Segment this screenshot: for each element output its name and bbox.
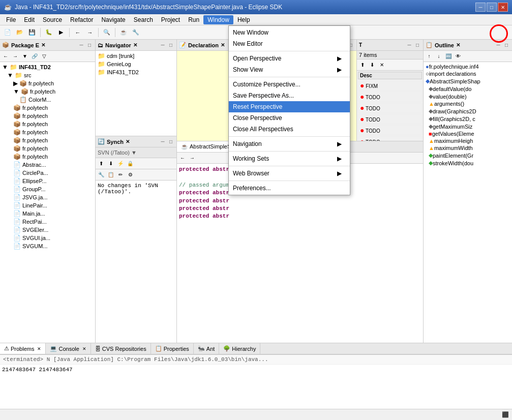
tree-item[interactable]: 📄Main.ja... bbox=[1, 209, 94, 218]
tasks-btn1[interactable]: ⬆ bbox=[358, 61, 367, 70]
toolbar-new[interactable]: 📄 bbox=[2, 27, 13, 38]
outline-item[interactable]: ▲ maximumWidth bbox=[425, 144, 511, 152]
synch-btn3[interactable]: ⚡ bbox=[116, 159, 125, 168]
outline-max[interactable]: □ bbox=[503, 42, 510, 49]
tasks-min[interactable]: ─ bbox=[406, 42, 413, 49]
menu-navigate[interactable]: Navigate bbox=[97, 15, 129, 24]
tab-hierarchy[interactable]: 🌳 Hierarchy bbox=[219, 343, 260, 354]
menu-new-editor[interactable]: New Editor bbox=[229, 38, 350, 49]
outline-item[interactable]: ○ import declarations bbox=[425, 70, 511, 77]
task-row[interactable]: ● TODO bbox=[358, 92, 422, 102]
toolbar-java-perspective[interactable]: 🔧 bbox=[130, 27, 141, 38]
menu-refactor[interactable]: Refactor bbox=[66, 15, 97, 24]
tree-item[interactable]: ▶📦fr.polytech bbox=[1, 79, 94, 87]
menu-working-sets[interactable]: Working Sets ▶ bbox=[229, 153, 350, 164]
tree-item[interactable]: 📁INF431_TD2 bbox=[97, 68, 175, 76]
tree-item[interactable]: 📁GenieLog bbox=[97, 60, 175, 68]
tree-item[interactable]: 📦fr.polytech bbox=[1, 104, 94, 112]
synch-btn8[interactable]: ⚙ bbox=[126, 170, 135, 179]
tasks-controls[interactable]: ─ □ bbox=[406, 42, 421, 49]
panel-maximize[interactable]: □ bbox=[86, 42, 93, 49]
tree-item[interactable]: 📄CirclePa... bbox=[1, 169, 94, 177]
task-row[interactable]: ● TODO bbox=[358, 103, 422, 113]
menu-source[interactable]: Source bbox=[39, 15, 66, 24]
synch-controls[interactable]: ─ □ bbox=[159, 138, 174, 145]
tree-item[interactable]: 📄GroupP... bbox=[1, 185, 94, 193]
tree-item[interactable]: 📄JSVG.ja... bbox=[1, 193, 94, 201]
outline-item[interactable]: ◆ AbstractSimpleShap bbox=[425, 77, 511, 85]
pkg-collapse[interactable]: ▼ bbox=[20, 52, 29, 61]
toolbar-search[interactable]: 🔍 bbox=[101, 27, 112, 38]
synch-min[interactable]: ─ bbox=[159, 138, 166, 145]
navigator-tree[interactable]: 📁cdm [trunk] 📁GenieLog 📁INF431_TD2 bbox=[96, 51, 176, 136]
toolbar-run[interactable]: ▶ bbox=[55, 27, 67, 38]
outline-item[interactable]: ◆ paintElement(Gr bbox=[425, 152, 511, 159]
synch-max[interactable]: □ bbox=[167, 138, 174, 145]
outline-min[interactable]: ─ bbox=[495, 42, 502, 49]
menu-reset-perspective[interactable]: Reset Perspective bbox=[229, 101, 350, 112]
tree-item[interactable]: 📄LinePair... bbox=[1, 201, 94, 209]
panel-minimize[interactable]: ─ bbox=[78, 42, 85, 49]
close-button[interactable]: ✕ bbox=[498, 3, 508, 12]
nav-controls[interactable]: ─ □ bbox=[159, 42, 174, 49]
menu-run[interactable]: Run bbox=[184, 15, 203, 24]
menu-show-view[interactable]: Show View ▶ bbox=[229, 64, 350, 75]
tree-item[interactable]: ▼📦fr.polytech bbox=[1, 87, 94, 96]
task-row[interactable]: ● TODO bbox=[358, 114, 422, 124]
tree-item[interactable]: 📦fr.polytech bbox=[1, 136, 94, 144]
tab-console[interactable]: 💻 Console ✕ bbox=[46, 343, 91, 354]
tree-item[interactable]: 📦fr.polytech bbox=[1, 153, 94, 161]
tree-item[interactable]: 📦fr.polytech bbox=[1, 120, 94, 128]
tree-item[interactable]: 📦fr.polytech bbox=[1, 112, 94, 120]
outline-btn1[interactable]: ↑ bbox=[425, 52, 434, 61]
pkg-link[interactable]: 🔗 bbox=[30, 52, 39, 61]
task-row[interactable]: ● FIXM bbox=[358, 80, 422, 91]
tasks-btn3[interactable]: ✕ bbox=[377, 61, 386, 70]
menu-window[interactable]: Window bbox=[203, 15, 233, 24]
toolbar-save[interactable]: 💾 bbox=[26, 27, 38, 38]
problems-close[interactable]: ✕ bbox=[37, 346, 41, 351]
tree-item[interactable]: 📁cdm [trunk] bbox=[97, 52, 175, 60]
menu-project[interactable]: Project bbox=[157, 15, 184, 24]
nav-max[interactable]: □ bbox=[167, 42, 174, 49]
toolbar-open[interactable]: 📂 bbox=[14, 27, 25, 38]
outline-item[interactable]: ◆ getMaximumSiz bbox=[425, 123, 511, 130]
ed-forward[interactable]: → bbox=[188, 154, 197, 163]
panel-controls[interactable]: ─ □ bbox=[78, 42, 93, 49]
task-row[interactable]: ● TODO bbox=[358, 136, 422, 141]
outline-hide[interactable]: 👁 bbox=[454, 52, 463, 61]
outline-item[interactable]: ◆ defaultValue(do bbox=[425, 85, 511, 93]
menu-save-perspective[interactable]: Save Perspective As... bbox=[229, 90, 350, 101]
outline-sort[interactable]: 🔤 bbox=[444, 52, 453, 61]
menu-web-browser[interactable]: Web Browser ▶ bbox=[229, 168, 350, 179]
menu-edit[interactable]: Edit bbox=[20, 15, 39, 24]
tab-ant[interactable]: 🐜 Ant bbox=[194, 343, 220, 354]
pkg-forward[interactable]: → bbox=[11, 52, 20, 61]
console-close[interactable]: ✕ bbox=[82, 346, 86, 351]
menu-new-window[interactable]: New Window bbox=[229, 27, 350, 38]
outline-btn2[interactable]: ↓ bbox=[434, 52, 443, 61]
minimize-button[interactable]: ─ bbox=[475, 3, 486, 12]
toolbar-debug[interactable]: 🐛 bbox=[43, 27, 54, 38]
synch-btn7[interactable]: ✏ bbox=[116, 170, 125, 179]
menu-help[interactable]: Help bbox=[233, 15, 254, 24]
tree-item[interactable]: ▼📁src bbox=[1, 71, 94, 79]
menu-close-perspective[interactable]: Close Perspective bbox=[229, 112, 350, 124]
menu-open-perspective[interactable]: Open Perspective ▶ bbox=[229, 53, 350, 64]
outline-item[interactable]: ◆ fill(Graphics2D, c bbox=[425, 115, 511, 123]
outline-item[interactable]: ◆ strokeWidth(dou bbox=[425, 159, 511, 167]
menu-file[interactable]: File bbox=[2, 15, 20, 24]
tree-item[interactable]: 📄Abstrac... bbox=[1, 161, 94, 169]
tree-item[interactable]: 📦fr.polytech bbox=[1, 144, 94, 153]
outline-item[interactable]: ◆ draw(Graphics2D bbox=[425, 107, 511, 115]
tree-item[interactable]: ▼📁INF431_TD2 bbox=[1, 63, 94, 71]
ed-back[interactable]: ← bbox=[178, 154, 187, 163]
outline-item[interactable]: ■ getValues(Eleme bbox=[425, 130, 511, 137]
tree-item[interactable]: 📄RectPai... bbox=[1, 218, 94, 226]
toolbar-perspective[interactable]: ☕ bbox=[118, 27, 129, 38]
pkg-back[interactable]: ← bbox=[1, 52, 10, 61]
tab-problems[interactable]: ⚠ Problems ✕ bbox=[0, 343, 46, 354]
menu-close-all-perspectives[interactable]: Close All Perspectives bbox=[229, 124, 350, 135]
tree-item[interactable]: 📄SVGUI.ja... bbox=[1, 234, 94, 242]
nav-min[interactable]: ─ bbox=[159, 42, 166, 49]
